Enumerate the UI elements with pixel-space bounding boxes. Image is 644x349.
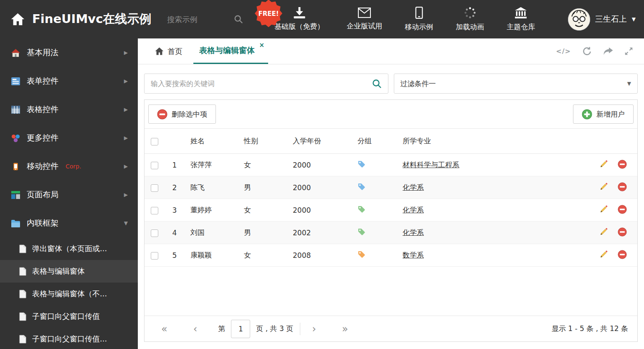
- page-label-suffix: 页 , 共 3 页: [256, 324, 293, 334]
- last-page-button[interactable]: »: [342, 324, 348, 334]
- row-name: 刘国: [185, 222, 238, 244]
- tag-icon: [357, 205, 365, 213]
- column-header-major[interactable]: 所学专业: [397, 129, 593, 154]
- nav-item-theme-repo[interactable]: 主题仓库: [495, 0, 546, 38]
- row-gender: 女: [238, 154, 287, 176]
- sidebar-item-grid-controls[interactable]: 表格控件 ▶: [0, 95, 138, 124]
- grid-panel: 删除选中项 新增用户 姓名: [144, 99, 638, 342]
- nav-item-basic-free[interactable]: FREE! 基础版（免费）: [263, 0, 335, 38]
- app-title: FineUIMvc在线示例: [32, 11, 151, 28]
- sidebar-item-more-controls[interactable]: 更多控件 ▶: [0, 124, 138, 152]
- column-header-gender[interactable]: 性别: [238, 129, 287, 154]
- add-user-button[interactable]: 新增用户: [573, 104, 634, 124]
- page-number-input[interactable]: [231, 320, 250, 338]
- folder-icon: [10, 219, 20, 228]
- row-gender: 女: [238, 244, 287, 267]
- sidebar-subitem-child-to-parent[interactable]: 子窗口向父窗口传值: [0, 305, 138, 328]
- nav-item-mobile-demo[interactable]: 移动示例: [393, 0, 444, 38]
- row-year: 2002: [287, 222, 352, 244]
- row-checkbox[interactable]: [151, 207, 158, 214]
- chevron-right-icon: ▶: [124, 135, 128, 141]
- sidebar-subitem-grid-edit-window-2[interactable]: 表格与编辑窗体（不...: [0, 283, 138, 305]
- edit-row-button[interactable]: [599, 160, 608, 168]
- chevron-right-icon: ▶: [124, 78, 128, 84]
- file-icon: [19, 245, 26, 253]
- brand: FineUIMvc在线示例: [0, 11, 151, 28]
- sidebar: 基本用法 ▶ 表单控件 ▶ 表格控件 ▶ 更多控件 ▶: [0, 38, 138, 349]
- prev-page-button[interactable]: ‹: [193, 324, 198, 334]
- source-code-button[interactable]: </>: [556, 47, 571, 55]
- main-content: 首页 表格与编辑窗体 × </>: [138, 38, 644, 349]
- sidebar-subitem-child-to-parent-2[interactable]: 子窗口向父窗口传值...: [0, 328, 138, 349]
- delete-row-button[interactable]: [618, 227, 627, 237]
- row-year: 2000: [287, 199, 352, 222]
- fullscreen-icon[interactable]: [624, 47, 633, 56]
- sidebar-item-form-controls[interactable]: 表单控件 ▶: [0, 67, 138, 95]
- sidebar-item-label: 表单控件: [27, 76, 58, 87]
- edit-row-button[interactable]: [599, 227, 608, 236]
- row-index: 5: [165, 244, 185, 267]
- close-icon[interactable]: ×: [259, 41, 264, 49]
- app-home-icon[interactable]: [11, 13, 25, 25]
- tab-grid-edit-window[interactable]: 表格与编辑窗体 ×: [193, 38, 268, 64]
- share-icon[interactable]: [603, 47, 613, 56]
- sidebar-item-label: 更多控件: [27, 132, 58, 143]
- column-header-year[interactable]: 入学年份: [287, 129, 352, 154]
- nav-item-loading-animation[interactable]: 加载动画: [444, 0, 495, 38]
- sidebar-item-inline-frame[interactable]: 内联框架 ▼: [0, 209, 138, 237]
- delete-row-button[interactable]: [618, 182, 627, 191]
- table-header-row: 姓名 性别 入学年份 分组 所学专业: [145, 129, 637, 154]
- sidebar-subitem-grid-edit-window[interactable]: 表格与编辑窗体: [0, 260, 138, 283]
- chevron-right-icon: ▶: [124, 50, 128, 56]
- row-checkbox[interactable]: [151, 184, 158, 192]
- next-page-button[interactable]: ›: [312, 324, 316, 334]
- sidebar-item-basic-usage[interactable]: 基本用法 ▶: [0, 38, 138, 67]
- table-row: 1 张萍萍 女 2000 材料科学与工程系: [145, 154, 637, 176]
- delete-row-button[interactable]: [618, 160, 627, 169]
- table-row: 2 陈飞 男 2000 化学系: [145, 176, 637, 199]
- row-major-link[interactable]: 化学系: [403, 206, 424, 214]
- row-year: 2000: [287, 154, 352, 176]
- nav-item-label: 加载动画: [456, 22, 484, 32]
- pagination-divider: [300, 323, 300, 335]
- form-icon: [10, 77, 20, 86]
- filter-condition-dropdown[interactable]: 过滤条件一 ▼: [394, 74, 638, 94]
- row-checkbox[interactable]: [151, 252, 158, 260]
- delete-row-button[interactable]: [618, 205, 627, 214]
- row-major-link[interactable]: 化学系: [403, 228, 424, 237]
- row-index: 3: [165, 199, 185, 222]
- user-menu[interactable]: 三生石上 ▼: [568, 8, 644, 31]
- search-icon[interactable]: [234, 15, 243, 24]
- row-major-link[interactable]: 材料科学与工程系: [403, 160, 459, 169]
- column-header-name[interactable]: 姓名: [185, 129, 238, 154]
- sidebar-subitem-popup-window[interactable]: 弹出窗体（本页面或...: [0, 237, 138, 260]
- tab-active-label: 表格与编辑窗体: [199, 45, 255, 56]
- row-checkbox[interactable]: [151, 229, 158, 237]
- select-all-checkbox[interactable]: [151, 138, 158, 145]
- mobile-icon: [415, 7, 423, 19]
- nav-item-enterprise-trial[interactable]: 企业版试用: [335, 0, 393, 38]
- top-search-input[interactable]: [167, 15, 230, 24]
- column-header-group[interactable]: 分组: [352, 129, 397, 154]
- edit-row-button[interactable]: [599, 250, 608, 259]
- row-gender: 男: [238, 222, 287, 244]
- top-header: FineUIMvc在线示例 FREE! 基础版（免费）: [0, 0, 644, 38]
- keyword-search-input[interactable]: [151, 79, 372, 88]
- tab-home[interactable]: 首页: [144, 38, 193, 64]
- delete-row-button[interactable]: [618, 250, 627, 259]
- search-icon[interactable]: [372, 79, 382, 89]
- page: FineUIMvc在线示例 FREE! 基础版（免费）: [0, 0, 644, 349]
- row-major-link[interactable]: 化学系: [403, 183, 424, 191]
- edit-row-button[interactable]: [599, 182, 608, 191]
- sidebar-item-page-layout[interactable]: 页面布局 ▶: [0, 181, 138, 209]
- first-page-button[interactable]: «: [161, 324, 167, 334]
- row-major-link[interactable]: 数学系: [403, 251, 424, 259]
- sidebar-item-label: 基本用法: [27, 47, 58, 58]
- edit-row-button[interactable]: [599, 205, 608, 214]
- row-index: 4: [165, 222, 185, 244]
- refresh-icon[interactable]: [582, 46, 592, 56]
- sidebar-item-mobile-controls[interactable]: 移动控件 Corp. ▶: [0, 152, 138, 181]
- row-checkbox[interactable]: [151, 162, 158, 169]
- delete-selected-button[interactable]: 删除选中项: [148, 104, 216, 124]
- spinner-icon: [464, 7, 476, 19]
